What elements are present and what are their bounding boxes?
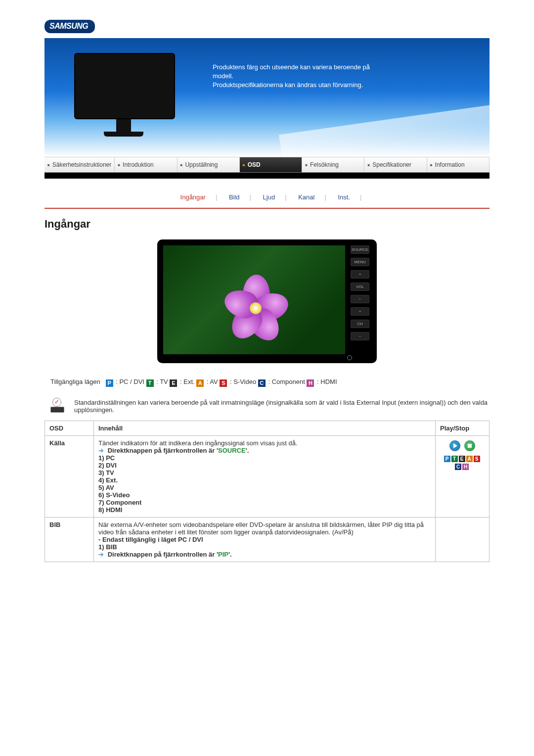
tv-btn-ch-up: +: [351, 307, 369, 316]
arrow-icon: ➔: [98, 447, 104, 454]
table-row: Källa Tänder indikatorn för att indikera…: [45, 436, 490, 518]
available-modes: Tillgängliga lägen P : PC / DVI T : TV E…: [50, 378, 490, 387]
tv-btn-vol-down: −: [351, 295, 369, 303]
hero-text-1: Produktens färg och utseende kan variera…: [213, 63, 386, 81]
hero-text-2: Produktspecifikationerna kan ändras utan…: [213, 81, 386, 90]
tv-screen: [163, 245, 345, 354]
mode-badge: C: [258, 379, 266, 387]
subnav-sound[interactable]: Ljud: [263, 193, 275, 201]
mode-badges: PTEAS CH: [440, 454, 485, 470]
stop-icon[interactable]: [464, 440, 475, 451]
tv-side-buttons: SOURCE MENU + VOL − + CH −: [345, 245, 371, 354]
subnav-inputs[interactable]: Ingångar: [180, 193, 206, 201]
nav-introduction[interactable]: Introduktion: [115, 157, 177, 172]
th-content: Innehåll: [94, 421, 436, 436]
mode-badge: P: [106, 379, 113, 387]
row-play: [436, 518, 490, 562]
tv-btn-ch-down: −: [351, 332, 369, 340]
table-row: BIB När externa A/V-enheter som videoban…: [45, 518, 490, 562]
subnav-channel[interactable]: Kanal: [298, 193, 314, 201]
section-divider: [44, 208, 490, 209]
tv-btn-source: SOURCE: [351, 245, 369, 254]
tv-led-icon: [347, 355, 352, 360]
row-content: Tänder indikatorn för att indikera den i…: [94, 436, 436, 518]
note-icon: [48, 399, 65, 413]
product-image: [74, 53, 173, 137]
row-osd-label: Källa: [45, 436, 94, 518]
sub-nav: Ingångar| Bild| Ljud| Kanal| Inst.|: [44, 179, 490, 208]
tv-btn-vol-up: +: [351, 270, 369, 279]
hero-banner: Produktens färg och utseende kan variera…: [44, 38, 490, 157]
nav-information[interactable]: Information: [427, 157, 490, 172]
tv-btn-vol-label: VOL: [351, 283, 369, 291]
nav-setup[interactable]: Uppställning: [178, 157, 240, 172]
mode-badge: H: [307, 379, 314, 387]
tv-btn-ch-label: CH: [351, 320, 369, 328]
mode-badge: E: [170, 379, 177, 387]
modes-label: Tillgängliga lägen: [50, 378, 100, 385]
tv-btn-menu: MENU: [351, 258, 369, 266]
osd-table: OSD Innehåll Play/Stop Källa Tänder indi…: [44, 421, 490, 562]
row-play: PTEAS CH: [436, 436, 490, 518]
mode-badge: S: [220, 379, 227, 387]
tv-illustration: SOURCE MENU + VOL − + CH −: [157, 239, 377, 363]
row-content: När externa A/V-enheter som videobandspe…: [94, 518, 436, 562]
mode-badge: T: [146, 379, 154, 387]
nav-safety[interactable]: Säkerhetsinstruktioner: [44, 157, 115, 172]
nav-specs[interactable]: Specifikationer: [364, 157, 427, 172]
nav-divider: [44, 173, 490, 179]
th-play: Play/Stop: [436, 421, 490, 436]
row-osd-label: BIB: [45, 518, 94, 562]
subnav-setup[interactable]: Inst.: [338, 193, 350, 201]
th-osd: OSD: [45, 421, 94, 436]
nav-troubleshoot[interactable]: Felsökning: [302, 157, 364, 172]
arrow-icon: ➔: [98, 551, 104, 558]
brand-logo: SAMSUNG: [44, 20, 95, 33]
main-nav: Säkerhetsinstruktioner Introduktion Upps…: [44, 157, 490, 173]
section-title: Ingångar: [44, 218, 490, 231]
nav-osd[interactable]: OSD: [240, 157, 302, 172]
play-icon[interactable]: [449, 440, 460, 451]
default-note: Standardinställningen kan variera beroen…: [74, 399, 490, 414]
mode-badge: A: [196, 379, 204, 387]
subnav-picture[interactable]: Bild: [229, 193, 240, 201]
